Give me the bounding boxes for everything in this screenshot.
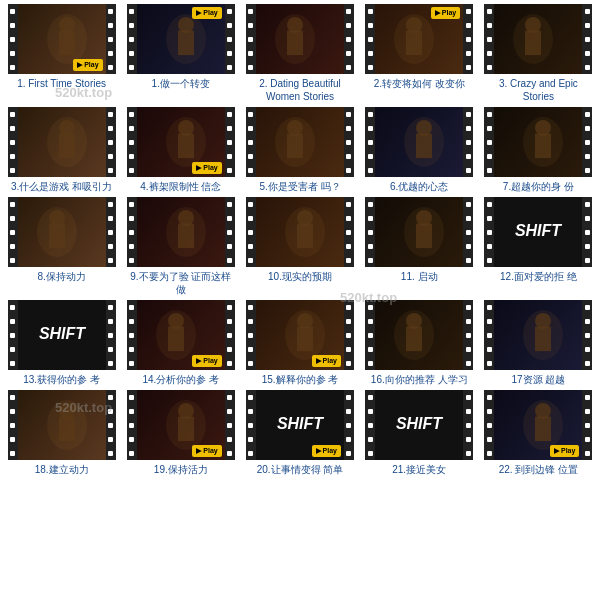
play-button-4[interactable]: ▶ Play xyxy=(431,7,460,19)
film-hole xyxy=(248,230,253,235)
video-item-9[interactable]: 6.优越的心态 xyxy=(362,107,477,193)
video-item-24[interactable]: 21.接近美女 xyxy=(362,390,477,476)
video-label-18: 15.解释你的参 考 xyxy=(246,373,354,386)
film-hole xyxy=(227,23,232,28)
film-hole xyxy=(487,305,492,310)
film-hole xyxy=(487,395,492,400)
thumb-image-4: ▶ Play xyxy=(375,4,463,74)
film-hole xyxy=(248,202,253,207)
film-hole xyxy=(466,230,471,235)
video-item-18[interactable]: ▶ Play15.解释你的参 考 xyxy=(242,300,357,386)
video-item-16[interactable]: 13.获得你的参 考 xyxy=(4,300,119,386)
film-hole xyxy=(129,65,134,70)
film-hole xyxy=(466,202,471,207)
play-button-22[interactable]: ▶ Play xyxy=(192,445,221,457)
film-hole xyxy=(487,333,492,338)
film-hole xyxy=(129,126,134,131)
thumb-image-8 xyxy=(256,107,344,177)
film-edge-right xyxy=(582,390,592,460)
video-item-19[interactable]: 16.向你的推荐 人学习 xyxy=(362,300,477,386)
film-hole xyxy=(108,244,113,249)
video-item-23[interactable]: ▶ Play20.让事情变得 简单 xyxy=(242,390,357,476)
film-hole xyxy=(585,51,590,56)
film-hole xyxy=(227,395,232,400)
film-hole xyxy=(248,140,253,145)
video-item-17[interactable]: ▶ Play14.分析你的参 考 xyxy=(123,300,238,386)
film-hole xyxy=(368,23,373,28)
film-hole xyxy=(10,216,15,221)
video-item-4[interactable]: ▶ Play2.转变将如何 改变你 xyxy=(362,4,477,103)
film-hole xyxy=(466,347,471,352)
video-item-15[interactable]: 12.面对爱的拒 绝 xyxy=(481,197,596,296)
film-hole xyxy=(10,9,15,14)
video-label-16: 13.获得你的参 考 xyxy=(8,373,116,386)
film-edge-left xyxy=(484,390,494,460)
film-hole xyxy=(248,154,253,159)
thumb-image-16 xyxy=(18,300,106,370)
video-label-19: 16.向你的推荐 人学习 xyxy=(365,373,473,386)
film-hole xyxy=(227,305,232,310)
thumb-image-9 xyxy=(375,107,463,177)
film-hole xyxy=(346,112,351,117)
film-hole xyxy=(248,126,253,131)
play-button-17[interactable]: ▶ Play xyxy=(192,355,221,367)
video-item-5[interactable]: 3. Crazy and Epic Stories xyxy=(481,4,596,103)
video-item-13[interactable]: 10.现实的预期 xyxy=(242,197,357,296)
play-button-2[interactable]: ▶ Play xyxy=(192,7,221,19)
film-hole xyxy=(227,319,232,324)
video-item-25[interactable]: ▶ Play22. 到到边锋 位置 xyxy=(481,390,596,476)
video-item-20[interactable]: 17资源 超越 xyxy=(481,300,596,386)
play-button-23[interactable]: ▶ Play xyxy=(312,445,341,457)
film-hole xyxy=(346,9,351,14)
film-hole xyxy=(108,154,113,159)
video-label-24: 21.接近美女 xyxy=(365,463,473,476)
video-item-14[interactable]: 11. 启动 xyxy=(362,197,477,296)
film-hole xyxy=(346,154,351,159)
film-hole xyxy=(10,319,15,324)
film-hole xyxy=(227,154,232,159)
film-hole xyxy=(108,451,113,456)
film-strip-19 xyxy=(365,300,473,370)
play-button-7[interactable]: ▶ Play xyxy=(192,162,221,174)
film-edge-right xyxy=(463,4,473,74)
film-hole xyxy=(368,333,373,338)
play-button-18[interactable]: ▶ Play xyxy=(312,355,341,367)
video-item-21[interactable]: 18.建立动力 xyxy=(4,390,119,476)
film-strip-24 xyxy=(365,390,473,460)
film-hole xyxy=(227,112,232,117)
video-item-6[interactable]: 3.什么是游戏 和吸引力 xyxy=(4,107,119,193)
film-hole xyxy=(10,112,15,117)
film-hole xyxy=(108,395,113,400)
video-item-11[interactable]: 8.保持动力 xyxy=(4,197,119,296)
film-hole xyxy=(346,140,351,145)
film-strip-22: ▶ Play xyxy=(127,390,235,460)
video-item-2[interactable]: ▶ Play1.做一个转变 xyxy=(123,4,238,103)
video-item-7[interactable]: ▶ Play4.裤架限制性 信念 xyxy=(123,107,238,193)
film-hole xyxy=(129,51,134,56)
video-item-10[interactable]: 7.超越你的身 份 xyxy=(481,107,596,193)
film-hole xyxy=(368,168,373,173)
play-button-1[interactable]: ▶ Play xyxy=(73,59,102,71)
thumb-canvas-19 xyxy=(375,300,463,370)
video-label-13: 10.现实的预期 xyxy=(246,270,354,283)
thumb-wrapper-7: ▶ Play xyxy=(127,107,235,177)
film-hole xyxy=(487,37,492,42)
film-hole xyxy=(487,423,492,428)
film-hole xyxy=(368,154,373,159)
film-hole xyxy=(248,216,253,221)
thumb-canvas-21 xyxy=(18,390,106,460)
video-item-8[interactable]: 5.你是受害者 吗？ xyxy=(242,107,357,193)
thumb-wrapper-18: ▶ Play xyxy=(246,300,354,370)
film-edge-right xyxy=(106,197,116,267)
film-hole xyxy=(248,23,253,28)
play-button-25[interactable]: ▶ Play xyxy=(550,445,579,457)
video-item-12[interactable]: 9.不要为了验 证而这样做 xyxy=(123,197,238,296)
film-hole xyxy=(108,126,113,131)
film-edge-right xyxy=(344,107,354,177)
film-hole xyxy=(10,395,15,400)
video-item-22[interactable]: ▶ Play19.保持活力 xyxy=(123,390,238,476)
video-item-3[interactable]: 2. Dating Beautiful Women Stories xyxy=(242,4,357,103)
film-hole xyxy=(585,319,590,324)
video-item-1[interactable]: ▶ Play1. First Time Stories xyxy=(4,4,119,103)
film-hole xyxy=(585,230,590,235)
